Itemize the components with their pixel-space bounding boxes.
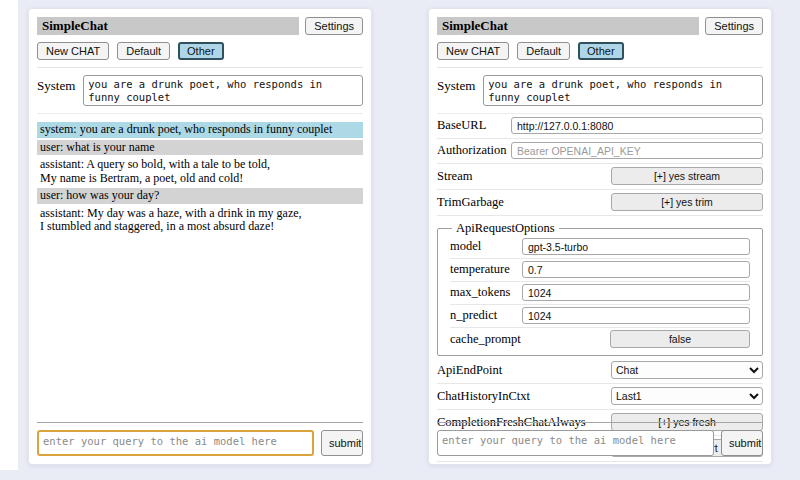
settings-button[interactable]: Settings [705, 17, 763, 35]
app-title: SimpleChat [37, 17, 299, 35]
setting-label-max-tokens: max_tokens [450, 285, 522, 300]
setting-label-baseurl: BaseURL [437, 118, 511, 133]
model-input[interactable] [522, 238, 750, 255]
api-request-options-legend: ApiRequestOptions [452, 221, 559, 236]
setting-row-n-predict: n_predict [450, 305, 750, 328]
setting-row-stream: Stream [+] yes stream [437, 164, 763, 190]
query-input[interactable] [37, 430, 314, 456]
session-tabs: New CHAT Default Other [437, 42, 763, 68]
chathistoryinctxt-select[interactable]: Last1 [611, 387, 763, 405]
setting-row-authorization: Authorization [437, 139, 763, 164]
system-prompt-row: System you are a drunk poet, who respond… [37, 75, 363, 114]
session-tab-default[interactable]: Default [117, 42, 170, 60]
stream-toggle-button[interactable]: [+] yes stream [611, 167, 763, 185]
setting-label-model: model [450, 239, 522, 254]
chat-message-assistant: assistant: My day was a haze, with a dri… [37, 206, 363, 235]
setting-row-cache-prompt: cache_prompt false [450, 328, 750, 351]
api-request-options-fieldset: ApiRequestOptions model temperature max_… [437, 221, 763, 356]
app-title: SimpleChat [437, 17, 699, 35]
chat-message-list: system: you are a drunk poet, who respon… [37, 122, 363, 235]
session-tab-default[interactable]: Default [517, 42, 570, 60]
chat-message-assistant: assistant: A query so bold, with a tale … [37, 157, 363, 186]
new-chat-button[interactable]: New CHAT [37, 42, 109, 60]
message-line: assistant: A query so bold, with a tale … [40, 158, 360, 172]
setting-row-model: model [450, 236, 750, 259]
message-line: My name is Bertram, a poet, old and cold… [40, 172, 360, 186]
submit-button[interactable]: submit [321, 430, 363, 456]
chat-message-user: user: how was your day? [37, 188, 363, 204]
system-prompt-input[interactable]: you are a drunk poet, who responds in fu… [83, 75, 363, 106]
header: SimpleChat Settings [37, 17, 363, 35]
setting-label-apiendpoint: ApiEndPoint [437, 363, 611, 378]
setting-label-chathistoryinctxt: ChatHistoryInCtxt [437, 389, 611, 404]
setting-label-n-predict: n_predict [450, 308, 522, 323]
message-line: system: you are a drunk poet, who respon… [40, 123, 360, 137]
setting-label-cache-prompt: cache_prompt [450, 332, 610, 347]
settings-button[interactable]: Settings [305, 17, 363, 35]
temperature-input[interactable] [522, 261, 750, 278]
query-input[interactable] [437, 430, 714, 456]
baseurl-input[interactable] [511, 117, 763, 134]
n-predict-input[interactable] [522, 307, 750, 324]
settings-panel: SimpleChat Settings New CHAT Default Oth… [428, 8, 772, 465]
header: SimpleChat Settings [437, 17, 763, 35]
authorization-input[interactable] [511, 142, 763, 159]
query-bar: submit [37, 422, 363, 456]
chat-panel: SimpleChat Settings New CHAT Default Oth… [28, 8, 372, 465]
setting-row-temperature: temperature [450, 259, 750, 282]
setting-label-authorization: Authorization [437, 143, 511, 158]
system-prompt-row: System you are a drunk poet, who respond… [437, 75, 763, 114]
setting-label-temperature: temperature [450, 262, 522, 277]
setting-row-max-tokens: max_tokens [450, 282, 750, 305]
setting-label-stream: Stream [437, 169, 611, 184]
setting-row-trimgarbage: TrimGarbage [+] yes trim [437, 190, 763, 216]
chat-message-system: system: you are a drunk poet, who respon… [37, 122, 363, 138]
max-tokens-input[interactable] [522, 284, 750, 301]
chat-message-user: user: what is your name [37, 140, 363, 156]
system-prompt-input[interactable]: you are a drunk poet, who responds in fu… [483, 75, 763, 106]
message-line: assistant: My day was a haze, with a dri… [40, 207, 360, 221]
message-line: I stumbled and staggered, in a most absu… [40, 220, 360, 234]
setting-row-chathistoryinctxt: ChatHistoryInCtxt Last1 [437, 384, 763, 410]
message-line: user: what is your name [40, 141, 360, 155]
setting-label-trimgarbage: TrimGarbage [437, 195, 611, 210]
cache-prompt-toggle-button[interactable]: false [610, 330, 750, 348]
query-bar: submit [437, 422, 763, 456]
apiendpoint-select[interactable]: Chat [611, 361, 763, 379]
session-tabs: New CHAT Default Other [37, 42, 363, 68]
submit-button[interactable]: submit [721, 430, 763, 456]
page-left-margin [0, 0, 18, 470]
system-label: System [437, 75, 475, 94]
system-label: System [37, 75, 75, 94]
trimgarbage-toggle-button[interactable]: [+] yes trim [611, 193, 763, 211]
new-chat-button[interactable]: New CHAT [437, 42, 509, 60]
session-tab-other[interactable]: Other [178, 42, 224, 60]
setting-row-baseurl: BaseURL [437, 114, 763, 139]
session-tab-other[interactable]: Other [578, 42, 624, 60]
setting-row-apiendpoint: ApiEndPoint Chat [437, 358, 763, 384]
message-line: user: how was your day? [40, 189, 360, 203]
